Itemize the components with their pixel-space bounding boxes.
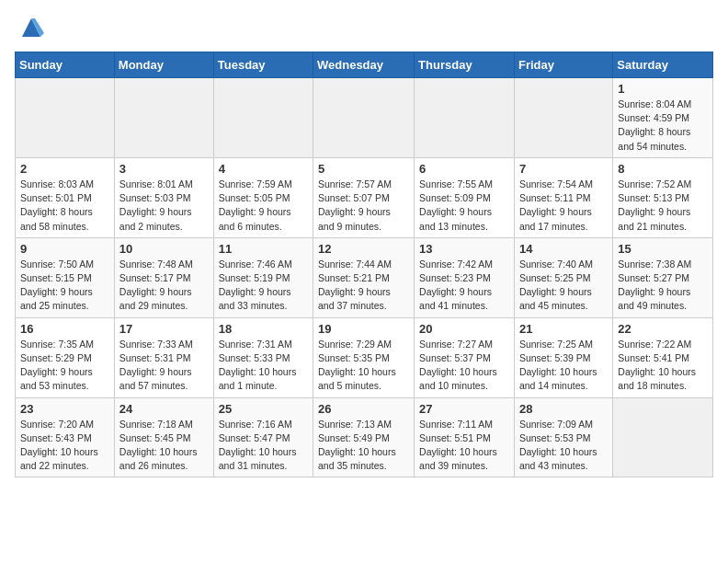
weekday-header-tuesday: Tuesday <box>213 52 313 78</box>
day-info: Sunrise: 7:27 AM Sunset: 5:37 PM Dayligh… <box>419 338 509 394</box>
day-number: 16 <box>20 322 109 336</box>
day-number: 5 <box>318 162 409 176</box>
calendar-cell: 13Sunrise: 7:42 AM Sunset: 5:23 PM Dayli… <box>415 237 515 317</box>
day-number: 14 <box>519 242 608 256</box>
calendar-cell: 24Sunrise: 7:18 AM Sunset: 5:45 PM Dayli… <box>114 397 213 477</box>
calendar-cell: 20Sunrise: 7:27 AM Sunset: 5:37 PM Dayli… <box>415 317 515 397</box>
day-number: 23 <box>20 402 109 416</box>
day-number: 15 <box>618 242 708 256</box>
calendar-cell: 1Sunrise: 8:04 AM Sunset: 4:59 PM Daylig… <box>613 78 713 158</box>
day-info: Sunrise: 7:50 AM Sunset: 5:15 PM Dayligh… <box>20 258 109 314</box>
day-info: Sunrise: 7:35 AM Sunset: 5:29 PM Dayligh… <box>20 338 109 394</box>
calendar-cell: 17Sunrise: 7:33 AM Sunset: 5:31 PM Dayli… <box>114 317 213 397</box>
weekday-header-saturday: Saturday <box>613 52 713 78</box>
day-number: 10 <box>119 242 209 256</box>
calendar-table: SundayMondayTuesdayWednesdayThursdayFrid… <box>15 52 713 477</box>
calendar-cell: 3Sunrise: 8:01 AM Sunset: 5:03 PM Daylig… <box>114 157 213 237</box>
weekday-header-thursday: Thursday <box>415 52 515 78</box>
day-number: 28 <box>519 402 608 416</box>
logo <box>15 15 44 40</box>
calendar-cell: 14Sunrise: 7:40 AM Sunset: 5:25 PM Dayli… <box>514 237 612 317</box>
day-info: Sunrise: 8:03 AM Sunset: 5:01 PM Dayligh… <box>20 178 109 234</box>
calendar-cell: 25Sunrise: 7:16 AM Sunset: 5:47 PM Dayli… <box>213 397 313 477</box>
day-info: Sunrise: 7:55 AM Sunset: 5:09 PM Dayligh… <box>419 178 509 234</box>
weekday-header-friday: Friday <box>514 52 612 78</box>
day-info: Sunrise: 7:59 AM Sunset: 5:05 PM Dayligh… <box>219 178 308 234</box>
calendar-cell <box>16 78 115 158</box>
day-info: Sunrise: 7:52 AM Sunset: 5:13 PM Dayligh… <box>618 178 708 234</box>
day-number: 13 <box>419 242 509 256</box>
day-number: 22 <box>618 322 708 336</box>
calendar-cell: 4Sunrise: 7:59 AM Sunset: 5:05 PM Daylig… <box>213 157 313 237</box>
day-info: Sunrise: 8:04 AM Sunset: 4:59 PM Dayligh… <box>618 98 708 154</box>
day-info: Sunrise: 7:16 AM Sunset: 5:47 PM Dayligh… <box>219 418 308 474</box>
day-number: 19 <box>318 322 409 336</box>
calendar-cell: 7Sunrise: 7:54 AM Sunset: 5:11 PM Daylig… <box>514 157 612 237</box>
day-info: Sunrise: 7:18 AM Sunset: 5:45 PM Dayligh… <box>119 418 209 474</box>
calendar-week-row: 2Sunrise: 8:03 AM Sunset: 5:01 PM Daylig… <box>16 157 713 237</box>
calendar-cell: 9Sunrise: 7:50 AM Sunset: 5:15 PM Daylig… <box>16 237 115 317</box>
day-info: Sunrise: 7:40 AM Sunset: 5:25 PM Dayligh… <box>519 258 608 314</box>
calendar-cell <box>114 78 213 158</box>
calendar-week-row: 1Sunrise: 8:04 AM Sunset: 4:59 PM Daylig… <box>16 78 713 158</box>
calendar-cell <box>415 78 515 158</box>
day-number: 2 <box>20 162 109 176</box>
day-info: Sunrise: 7:38 AM Sunset: 5:27 PM Dayligh… <box>618 258 708 314</box>
weekday-header-wednesday: Wednesday <box>313 52 415 78</box>
day-number: 11 <box>219 242 308 256</box>
calendar-week-row: 16Sunrise: 7:35 AM Sunset: 5:29 PM Dayli… <box>16 317 713 397</box>
calendar-cell: 18Sunrise: 7:31 AM Sunset: 5:33 PM Dayli… <box>213 317 313 397</box>
calendar-cell <box>514 78 612 158</box>
day-info: Sunrise: 7:22 AM Sunset: 5:41 PM Dayligh… <box>618 338 708 394</box>
calendar-cell: 16Sunrise: 7:35 AM Sunset: 5:29 PM Dayli… <box>16 317 115 397</box>
calendar-cell: 23Sunrise: 7:20 AM Sunset: 5:43 PM Dayli… <box>16 397 115 477</box>
calendar-cell: 6Sunrise: 7:55 AM Sunset: 5:09 PM Daylig… <box>415 157 515 237</box>
day-number: 27 <box>419 402 509 416</box>
day-info: Sunrise: 7:46 AM Sunset: 5:19 PM Dayligh… <box>219 258 308 314</box>
day-info: Sunrise: 7:48 AM Sunset: 5:17 PM Dayligh… <box>119 258 209 314</box>
day-number: 3 <box>119 162 209 176</box>
calendar-cell: 21Sunrise: 7:25 AM Sunset: 5:39 PM Dayli… <box>514 317 612 397</box>
logo-icon <box>18 15 44 40</box>
day-number: 8 <box>618 162 708 176</box>
day-info: Sunrise: 7:44 AM Sunset: 5:21 PM Dayligh… <box>318 258 409 314</box>
day-info: Sunrise: 7:11 AM Sunset: 5:51 PM Dayligh… <box>419 418 509 474</box>
calendar-cell: 11Sunrise: 7:46 AM Sunset: 5:19 PM Dayli… <box>213 237 313 317</box>
calendar-cell <box>313 78 415 158</box>
day-info: Sunrise: 7:25 AM Sunset: 5:39 PM Dayligh… <box>519 338 608 394</box>
day-number: 6 <box>419 162 509 176</box>
day-number: 4 <box>219 162 308 176</box>
calendar-cell: 19Sunrise: 7:29 AM Sunset: 5:35 PM Dayli… <box>313 317 415 397</box>
day-number: 12 <box>318 242 409 256</box>
day-info: Sunrise: 7:42 AM Sunset: 5:23 PM Dayligh… <box>419 258 509 314</box>
day-info: Sunrise: 7:29 AM Sunset: 5:35 PM Dayligh… <box>318 338 409 394</box>
day-number: 25 <box>219 402 308 416</box>
calendar-cell: 2Sunrise: 8:03 AM Sunset: 5:01 PM Daylig… <box>16 157 115 237</box>
calendar-cell: 8Sunrise: 7:52 AM Sunset: 5:13 PM Daylig… <box>613 157 713 237</box>
calendar-cell: 10Sunrise: 7:48 AM Sunset: 5:17 PM Dayli… <box>114 237 213 317</box>
calendar-cell: 15Sunrise: 7:38 AM Sunset: 5:27 PM Dayli… <box>613 237 713 317</box>
day-info: Sunrise: 7:13 AM Sunset: 5:49 PM Dayligh… <box>318 418 409 474</box>
calendar-cell: 26Sunrise: 7:13 AM Sunset: 5:49 PM Dayli… <box>313 397 415 477</box>
page-header <box>15 15 713 40</box>
day-number: 20 <box>419 322 509 336</box>
calendar-cell: 22Sunrise: 7:22 AM Sunset: 5:41 PM Dayli… <box>613 317 713 397</box>
day-info: Sunrise: 7:09 AM Sunset: 5:53 PM Dayligh… <box>519 418 608 474</box>
day-info: Sunrise: 7:33 AM Sunset: 5:31 PM Dayligh… <box>119 338 209 394</box>
weekday-header-row: SundayMondayTuesdayWednesdayThursdayFrid… <box>16 52 713 78</box>
day-info: Sunrise: 8:01 AM Sunset: 5:03 PM Dayligh… <box>119 178 209 234</box>
day-number: 24 <box>119 402 209 416</box>
calendar-cell <box>613 397 713 477</box>
day-info: Sunrise: 7:57 AM Sunset: 5:07 PM Dayligh… <box>318 178 409 234</box>
calendar-week-row: 23Sunrise: 7:20 AM Sunset: 5:43 PM Dayli… <box>16 397 713 477</box>
day-number: 7 <box>519 162 608 176</box>
weekday-header-monday: Monday <box>114 52 213 78</box>
day-number: 26 <box>318 402 409 416</box>
day-number: 9 <box>20 242 109 256</box>
calendar-cell: 5Sunrise: 7:57 AM Sunset: 5:07 PM Daylig… <box>313 157 415 237</box>
weekday-header-sunday: Sunday <box>16 52 115 78</box>
day-info: Sunrise: 7:54 AM Sunset: 5:11 PM Dayligh… <box>519 178 608 234</box>
calendar-cell: 27Sunrise: 7:11 AM Sunset: 5:51 PM Dayli… <box>415 397 515 477</box>
calendar-cell: 12Sunrise: 7:44 AM Sunset: 5:21 PM Dayli… <box>313 237 415 317</box>
day-info: Sunrise: 7:20 AM Sunset: 5:43 PM Dayligh… <box>20 418 109 474</box>
